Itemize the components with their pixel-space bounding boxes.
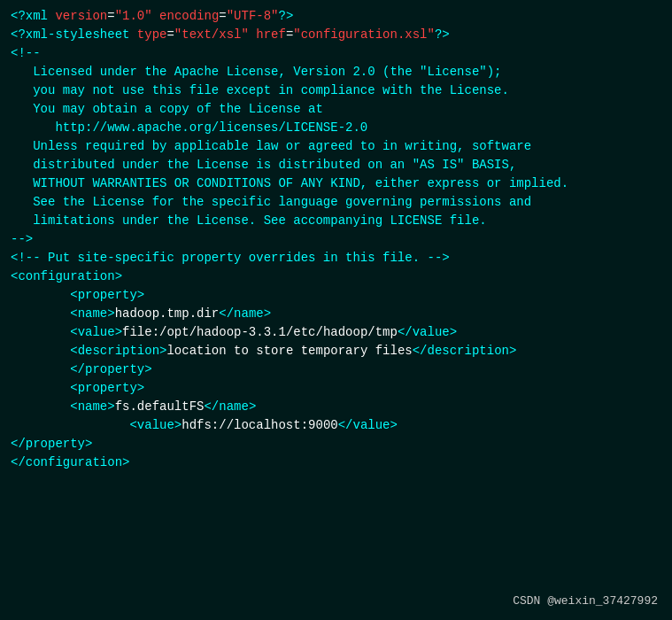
line-12: WITHOUT WARRANTIES OR CONDITIONS OF ANY … — [11, 174, 661, 193]
line-23: <description>location to store temporary… — [11, 342, 661, 360]
line-13: See the License for the specific languag… — [11, 193, 661, 212]
code-container: <?xml version="1.0" encoding="UTF-8"?> <… — [0, 0, 672, 620]
line-25: <property> — [11, 379, 661, 398]
line-28: </property> — [11, 435, 661, 453]
line-4: Licensed under the Apache License, Versi… — [11, 63, 661, 81]
line-5: you may not use this file except in comp… — [11, 81, 661, 100]
line-22: <value>file:/opt/hadoop-3.3.1/etc/hadoop… — [11, 323, 661, 342]
line-20: <property> — [11, 286, 661, 305]
line-10: Unless required by applicable law or agr… — [11, 137, 661, 156]
line-8: http://www.apache.org/licenses/LICENSE-2… — [11, 119, 661, 137]
line-1: <?xml version="1.0" encoding="UTF-8"?> — [11, 7, 661, 26]
line-29: </configuration>​ — [11, 453, 661, 472]
line-15: --> — [11, 230, 661, 249]
line-14: limitations under the License. See accom… — [11, 212, 661, 230]
line-24: </property> — [11, 360, 661, 379]
line-3: <!-- — [11, 44, 661, 63]
line-2: <?xml-stylesheet type="text/xsl" href="c… — [11, 26, 661, 44]
watermark: CSDN @weixin_37427992 — [513, 593, 658, 610]
line-11: distributed under the License is distrib… — [11, 156, 661, 174]
line-26: <name>fs.defaultFS</name> — [11, 398, 661, 416]
line-19: <configuration> — [11, 267, 661, 286]
line-27: <value>hdfs://localhost:9000</value> — [11, 416, 661, 435]
line-6: You may obtain a copy of the License at — [11, 100, 661, 119]
line-17: <!-- Put site-specific property override… — [11, 249, 661, 267]
line-21: <name>hadoop.tmp.dir</name> — [11, 305, 661, 323]
